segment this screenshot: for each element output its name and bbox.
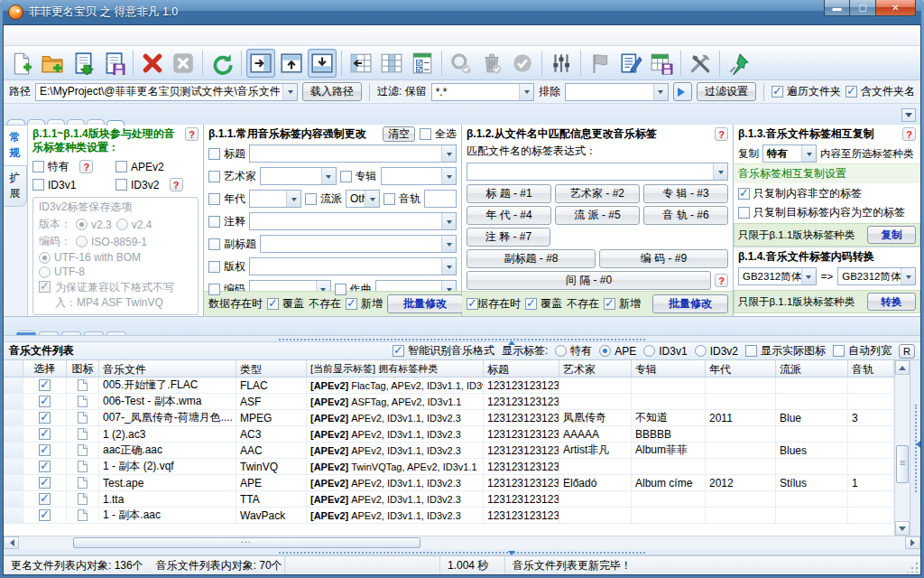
tag-title-button[interactable]: 标 题 - #1 (467, 184, 551, 203)
tag-encoder-button[interactable]: 编 码 - #9 (599, 249, 728, 268)
scroll-up-icon[interactable] (895, 360, 910, 375)
artist-combo[interactable] (260, 167, 337, 185)
header-file[interactable]: 音乐文件 (99, 360, 236, 377)
apply-filter-button[interactable] (673, 82, 692, 101)
close-button[interactable]: ✕ (875, 0, 916, 16)
native-tag-checkbox[interactable]: 特有 ? (32, 159, 116, 174)
tag-subtitle-button[interactable]: 副标题 - #8 (467, 249, 596, 268)
horizontal-splitter[interactable] (4, 336, 920, 342)
menu-item[interactable] (23, 33, 40, 38)
table-row[interactable]: 1.tta TTA [APEv2]APEv2, ID3v1.1, ID3v2.3… (4, 491, 894, 508)
tab-extended[interactable]: 扩展 (4, 165, 27, 207)
copy-nonempty-checkbox[interactable]: 只复制内容非空的标签 (738, 186, 916, 201)
clear-button[interactable]: 清空 (383, 126, 415, 142)
apev2-checkbox[interactable]: APEv2 (116, 159, 199, 174)
header-title[interactable]: 标题 (484, 360, 559, 377)
header-genre[interactable]: 流派 (776, 360, 848, 377)
title-bar[interactable]: 菲菲更名宝贝 之 得意非凡 1.0 ▬ ▢ ✕ (3, 0, 921, 24)
tag-track-button[interactable]: 音 轨 - #6 (643, 206, 728, 225)
track-combo[interactable] (424, 190, 457, 208)
row-checkbox[interactable] (39, 444, 51, 456)
chevron-down-icon[interactable] (519, 84, 533, 100)
column-middle-button[interactable] (377, 49, 406, 78)
header-select[interactable]: 选择 (23, 360, 67, 377)
scroll-right-icon[interactable] (905, 536, 920, 549)
genre-combo[interactable]: Other (346, 190, 380, 208)
vertical-splitter[interactable] (910, 360, 920, 536)
menu-item[interactable] (56, 33, 72, 38)
keep-filter-combo[interactable]: *.* (431, 83, 535, 101)
copy-source-combo[interactable]: 特有 (762, 144, 817, 163)
main-tab[interactable] (7, 119, 25, 125)
year-combo[interactable] (249, 190, 301, 208)
header-album[interactable]: 专辑 (632, 360, 706, 377)
table-row[interactable]: 006-Test - 副本.wma ASF [APEv2]ASFTag, APE… (4, 394, 894, 410)
resize-grip[interactable] (908, 562, 919, 573)
comment-checkbox[interactable] (208, 216, 220, 228)
show-tag-radio[interactable]: ID3v2 (695, 343, 738, 359)
header-type[interactable]: 类型 (236, 360, 307, 377)
table-row[interactable]: 1 - 副本.aac WavPack [APEv2]APEv2, ID3v1.1… (4, 508, 894, 524)
header-track[interactable]: 音轨 (848, 360, 894, 377)
composer-checkbox[interactable] (335, 284, 346, 295)
row-checkbox[interactable] (39, 428, 51, 440)
subtitle-checkbox[interactable] (208, 238, 220, 250)
open-folder-button[interactable] (38, 49, 67, 78)
header-tags[interactable]: [当前显示标签] 拥有标签种类 (307, 360, 484, 377)
title-combo[interactable] (249, 144, 457, 163)
show-tag-radio[interactable]: APE (599, 343, 636, 359)
header-icon[interactable]: 图标 (67, 360, 99, 377)
album-combo[interactable] (381, 167, 457, 185)
chevron-down-icon[interactable] (653, 84, 668, 100)
id3v2-checkbox[interactable]: ID3v2 ? (116, 178, 199, 191)
path-combo[interactable]: E:\MyProject\@菲菲更名宝贝测试文件夹\音乐文件 (35, 83, 298, 101)
track-checkbox[interactable] (383, 193, 395, 205)
import-list-button[interactable] (69, 49, 97, 78)
vertical-scrollbar[interactable] (894, 360, 910, 536)
dock-up-button[interactable] (277, 49, 306, 78)
edit-list-button[interactable] (616, 49, 645, 78)
traverse-folders-checkbox[interactable]: 遍历文件夹 (772, 84, 841, 99)
tag-comment-button[interactable]: 注 释 - #7 (467, 228, 550, 247)
collapse-left-icon[interactable] (912, 441, 920, 448)
refresh-button[interactable] (208, 49, 236, 78)
row-checkbox[interactable] (39, 493, 51, 505)
row-checkbox[interactable] (39, 396, 51, 407)
new-file-button[interactable] (7, 49, 36, 78)
row-checkbox[interactable] (39, 379, 51, 391)
tools-button[interactable] (686, 49, 715, 78)
filter-settings-button[interactable]: 过滤设置 (697, 82, 756, 101)
check-options-button[interactable] (408, 49, 437, 78)
auto-column-width-checkbox[interactable]: 自动列宽 (833, 343, 892, 359)
copyright-combo[interactable] (249, 257, 457, 275)
refresh-columns-button[interactable]: R (899, 344, 915, 359)
artist-checkbox[interactable] (208, 171, 220, 182)
subtitle-combo[interactable] (260, 235, 457, 253)
batch-modify-button[interactable]: 批量修改 (652, 294, 728, 313)
vertical-scroll-thumb[interactable] (896, 445, 909, 483)
select-all-checkbox[interactable]: 全选 (420, 126, 457, 142)
table-row[interactable]: 007-_凤凰传奇-荷塘月色.... MPEG [APEv2]APEv2, ID… (4, 410, 894, 426)
add-checkbox[interactable]: 新增 (346, 296, 383, 312)
tab-general[interactable]: 常规 (4, 125, 27, 166)
sub-tab[interactable] (39, 331, 59, 335)
encoding-to-combo[interactable]: GB2312简体 (837, 267, 916, 285)
tag-year-button[interactable]: 年 代 - #4 (467, 206, 551, 225)
tag-separator-button[interactable]: 间 隔 - #0 (467, 271, 711, 290)
main-tab[interactable] (47, 119, 65, 125)
title-checkbox[interactable] (208, 148, 220, 160)
overwrite-checkbox[interactable]: 覆盖 (525, 296, 562, 312)
tag-artist-button[interactable]: 艺术家 - #2 (555, 184, 640, 203)
header-artist[interactable]: 艺术家 (559, 360, 632, 377)
maximize-button[interactable]: ▢ (850, 0, 875, 16)
comment-combo[interactable] (249, 212, 457, 230)
help-icon[interactable]: ? (79, 160, 93, 173)
encoding-from-combo[interactable]: GB2312简体 (738, 267, 817, 285)
convert-button[interactable]: 转换 (867, 293, 916, 311)
dock-right-button[interactable] (246, 49, 275, 78)
save-table-button[interactable] (647, 49, 676, 78)
main-tab[interactable] (67, 119, 85, 125)
scroll-down-icon[interactable] (895, 521, 910, 536)
real-icon-checkbox[interactable]: 显示实际图标 (745, 343, 826, 359)
menu-item[interactable] (40, 33, 56, 38)
